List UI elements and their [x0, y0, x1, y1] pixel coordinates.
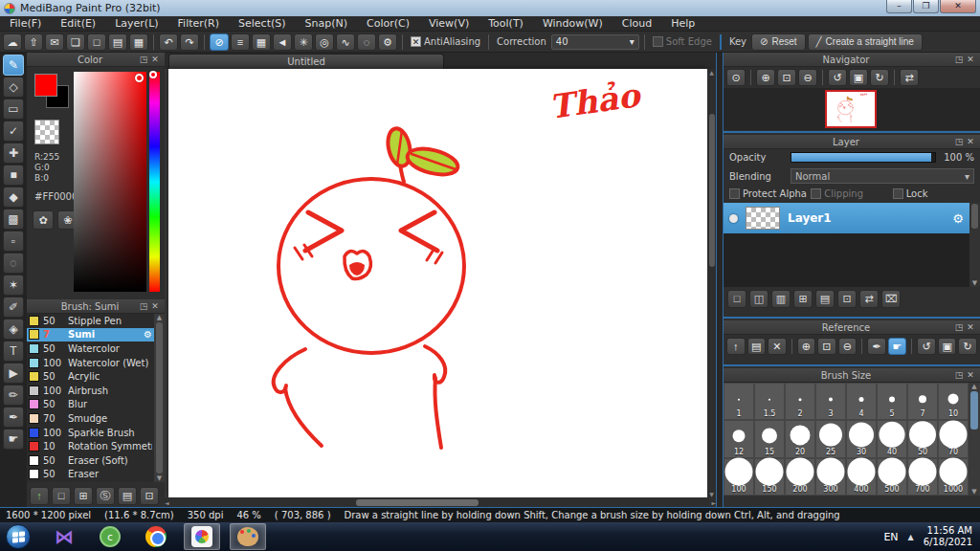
brush-size-option[interactable]: 150 — [754, 458, 785, 496]
upload-brush-icon[interactable]: ↑ — [30, 487, 49, 505]
ref-rotate-left-icon[interactable]: ↺ — [917, 338, 936, 355]
taskbar-coccoc-icon[interactable]: c — [92, 523, 128, 550]
scroll-down-icon[interactable]: ▼ — [971, 488, 976, 496]
menu-filter[interactable]: Filter(R) — [168, 16, 229, 31]
reset-button[interactable]: ⊘Reset — [751, 33, 806, 51]
pen-tool-icon[interactable]: ✏ — [3, 385, 24, 406]
flip-icon[interactable]: ⇄ — [900, 69, 919, 86]
brush-item-selected[interactable]: 7Sumi⚙ — [27, 328, 154, 342]
layer-row-selected[interactable]: Layer1 ⚙ — [724, 203, 969, 233]
brush-size-option[interactable]: 4 — [846, 383, 877, 420]
scroll-down-icon[interactable]: ▼ — [157, 474, 162, 482]
comment-icon[interactable]: ✉ — [45, 33, 64, 51]
close-icon[interactable]: ✕ — [965, 370, 976, 380]
document-list-icon[interactable]: ▤ — [108, 33, 127, 51]
scroll-up-icon[interactable]: ▲ — [971, 383, 976, 390]
antialiasing-checkbox[interactable]: ✕AntiAliasing — [408, 36, 483, 48]
snap-vanishing-point-icon[interactable]: ◄ — [273, 33, 292, 51]
brush-size-option[interactable]: 12 — [724, 420, 754, 457]
minimize-button[interactable]: – — [886, 0, 912, 13]
snap-curve-icon[interactable]: ∿ — [336, 33, 355, 51]
script-brush-icon[interactable]: Ⓢ — [96, 487, 115, 505]
brush-item[interactable]: 10Rotation Symmetry P — [27, 439, 154, 453]
maximize-button[interactable]: ❐ — [913, 0, 939, 13]
snap-grid-icon[interactable]: ▦ — [252, 33, 271, 51]
brush-tool-icon[interactable]: ✎ — [3, 55, 24, 76]
publish-icon[interactable]: ⇧ — [24, 33, 43, 51]
hue-slider[interactable] — [149, 72, 160, 292]
select-eraser-tool-icon[interactable]: ◈ — [3, 319, 24, 340]
tray-expand-icon[interactable]: ▲ — [908, 533, 914, 541]
popout-icon[interactable]: ◳ — [138, 55, 149, 64]
menu-cloud[interactable]: Cloud — [612, 16, 661, 31]
brush-size-option[interactable]: 50 — [907, 420, 938, 457]
shape-select-tool-icon[interactable]: ▭ — [3, 99, 24, 120]
snap-radial-icon[interactable]: ✳ — [294, 33, 313, 51]
brush-item[interactable]: 50Blur — [27, 398, 154, 412]
brush-item[interactable]: 50Eraser — [27, 468, 154, 482]
menu-select[interactable]: Select(S) — [229, 16, 296, 31]
brush-item[interactable]: 50Watercolor — [27, 342, 154, 356]
drawing-canvas[interactable] — [168, 69, 707, 497]
canvas-vertical-scrollbar[interactable]: ▲ ▼ — [707, 69, 716, 497]
brush-size-option[interactable]: 2 — [785, 383, 815, 420]
import-image-icon[interactable]: ↑ — [726, 338, 746, 355]
clear-icon[interactable]: ✕ — [768, 338, 787, 355]
menu-file[interactable]: File(F) — [0, 16, 51, 31]
redo-icon[interactable]: ↷ — [180, 33, 199, 51]
brush-size-option[interactable]: 300 — [815, 458, 846, 496]
brush-size-option[interactable]: 30 — [846, 420, 877, 457]
ref-hand-icon[interactable]: ☛ — [888, 338, 907, 355]
operation-tool-icon[interactable]: ▶ — [3, 363, 24, 384]
blending-dropdown[interactable]: Normal▾ — [791, 168, 974, 184]
fill-shape-tool-icon[interactable]: ■ — [3, 165, 24, 186]
ref-rotate-reset-icon[interactable]: ▣ — [938, 338, 957, 355]
undo-icon[interactable]: ↶ — [159, 33, 178, 51]
new-document-icon[interactable]: □ — [87, 33, 106, 51]
taskbar-medibang-launcher-icon[interactable] — [184, 523, 220, 550]
move-tool-icon[interactable]: ✚ — [3, 143, 24, 164]
new-1bit-layer-icon[interactable]: ▥ — [771, 290, 791, 308]
brush-size-option[interactable]: 3 — [815, 383, 846, 420]
bucket-tool-icon[interactable]: ◆ — [3, 187, 24, 208]
navigator-preview[interactable] — [724, 88, 980, 130]
brush-list-scrollbar[interactable]: ▲▼ — [154, 314, 165, 482]
ref-fit-icon[interactable]: ⊡ — [817, 338, 836, 355]
brush-size-option[interactable]: 1 — [724, 383, 754, 420]
brush-size-option[interactable]: 5 — [877, 383, 907, 420]
brush-item[interactable]: 50Acrylic — [27, 369, 154, 384]
comment-panel-icon[interactable]: ❏ — [66, 33, 85, 51]
scroll-up-icon[interactable]: ▲ — [709, 69, 714, 76]
new-8bit-layer-icon[interactable]: ◫ — [749, 290, 768, 308]
brush-item[interactable]: 50Stipple Pen — [27, 314, 154, 328]
transfer-layer-icon[interactable]: ⇄ — [859, 290, 879, 308]
taskbar-chrome-icon[interactable] — [138, 523, 174, 550]
scroll-down-icon[interactable]: ▼ — [972, 279, 977, 287]
snap-parallel-icon[interactable]: ≡ — [231, 33, 250, 51]
select-pen-tool-icon[interactable]: ✐ — [3, 297, 24, 318]
scroll-up-icon[interactable]: ▲ — [157, 314, 162, 321]
brush-item[interactable]: 100Airbrush — [27, 384, 154, 398]
brush-item[interactable]: 100Watercolor (Wet) — [27, 356, 154, 370]
menu-help[interactable]: Help — [661, 16, 704, 31]
brush-size-option[interactable]: 100 — [724, 458, 754, 496]
menu-color[interactable]: Color(C) — [357, 16, 419, 31]
soft-edge-checkbox[interactable]: Soft Edge — [650, 36, 715, 48]
eyedropper-tool-icon[interactable]: ✒ — [3, 407, 24, 428]
layout-grid-icon[interactable]: ▦ — [129, 33, 148, 51]
brush-size-option[interactable]: 15 — [754, 420, 785, 457]
text-tool-icon[interactable]: T — [3, 341, 24, 362]
brush-size-option[interactable]: 1.5 — [754, 383, 785, 420]
snap-ellipse-icon[interactable]: ◌ — [357, 33, 376, 51]
scroll-down-icon[interactable]: ▼ — [709, 491, 714, 497]
rotate-right-icon[interactable]: ↻ — [870, 69, 889, 86]
taskbar-kmplayer-icon[interactable]: ⋈ — [46, 523, 82, 550]
close-icon[interactable]: ✕ — [965, 322, 976, 332]
clock[interactable]: 11:56 AM 6/18/2021 — [924, 525, 972, 548]
panel-splitter[interactable] — [716, 53, 724, 507]
popout-icon[interactable]: ◳ — [138, 301, 149, 311]
cloud-icon[interactable]: ☁ — [3, 33, 22, 51]
snap-off-icon[interactable]: ⊘ — [210, 33, 229, 51]
brush-size-option[interactable]: 70 — [938, 420, 969, 457]
snap-settings-icon[interactable]: ⚙ — [378, 33, 397, 51]
